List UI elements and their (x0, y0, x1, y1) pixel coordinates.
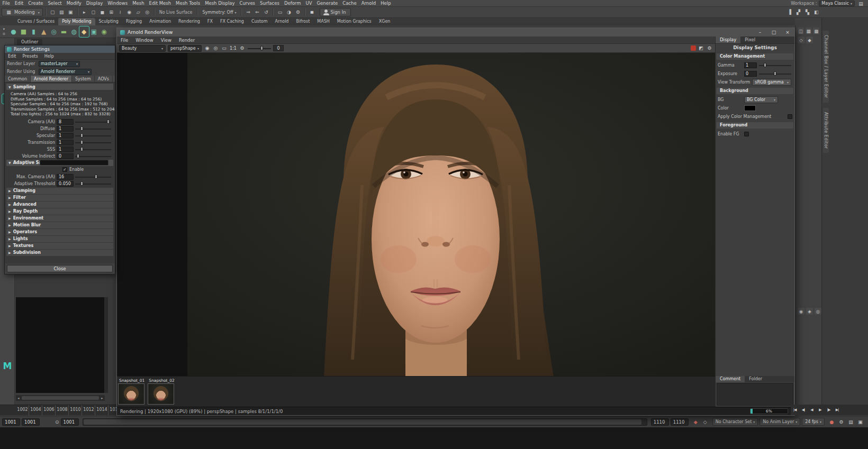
scroll-left-arrow[interactable]: ◂ (16, 396, 21, 400)
shelf-menu-icon[interactable]: ≡ (1, 32, 7, 36)
close-button[interactable]: Close (7, 265, 113, 272)
slider-handle[interactable] (774, 71, 776, 76)
comment-tab[interactable]: Comment (716, 376, 745, 382)
collapsed-section-header[interactable]: ▶ Ray Depth (6, 208, 113, 215)
play-backwards-button[interactable]: ◀ (808, 406, 816, 414)
scroll-right-arrow[interactable]: ▸ (100, 396, 105, 400)
slider-handle[interactable] (80, 140, 83, 144)
adaptive-enable-checkbox[interactable]: ✓ (62, 167, 67, 172)
attribute-field[interactable]: 0.050 (57, 181, 74, 187)
menu-item[interactable]: Cache (340, 0, 359, 7)
menu-item[interactable]: Curves (237, 0, 258, 7)
select-by-hierarchy-icon[interactable]: ▸ (80, 8, 88, 16)
animation-preferences-icon[interactable]: ⚙ (837, 418, 845, 426)
exposure-field[interactable]: 0 (744, 71, 757, 77)
menu-item[interactable]: Modify (64, 0, 84, 7)
sign-in-button[interactable]: Sign In (320, 8, 350, 16)
character-set-dropdown[interactable]: No Character Set ▾ (712, 418, 758, 426)
outliner-body[interactable] (16, 297, 105, 393)
construction-history-icon[interactable]: ↺ (262, 8, 270, 16)
modeling-toolkit-toggle-icon[interactable]: ▐ (785, 8, 793, 16)
output-connections-icon[interactable]: ⇐ (253, 8, 261, 16)
attribute-slider[interactable] (75, 174, 111, 180)
shelf-tab[interactable]: Rigging (122, 18, 146, 25)
attribute-slider[interactable] (75, 133, 111, 139)
menu-item[interactable]: Display (84, 0, 105, 7)
actual-size-button[interactable]: 1:1 (230, 45, 237, 52)
color-management-header[interactable]: Color Management (717, 53, 793, 60)
attribute-slider[interactable] (75, 181, 111, 187)
maximize-button[interactable]: □ (767, 28, 781, 36)
scrollbar-thumb[interactable] (22, 396, 99, 400)
menu-item[interactable]: Deform (282, 0, 303, 7)
menu-set-selector[interactable]: ▦ Modeling ▾ (2, 8, 43, 16)
animation-start-field[interactable]: 1001 (2, 418, 20, 426)
panel-tab[interactable]: Display (716, 36, 740, 43)
view-transform-dropdown[interactable]: sRGB gamma ▾ (752, 79, 791, 86)
menu-item[interactable]: Select (46, 0, 64, 7)
wireframe-display-icon[interactable]: ◇ (798, 36, 804, 43)
poly-cylinder-icon[interactable]: ▮ (29, 26, 39, 37)
snapshot-thumbnail[interactable] (148, 383, 174, 405)
settings-tab[interactable]: Arnold Renderer (31, 76, 72, 82)
play-forwards-button[interactable]: ▶ (816, 406, 824, 414)
snap-to-plane-icon[interactable]: ▱ (134, 8, 142, 16)
save-scene-icon[interactable]: ▣ (67, 8, 75, 16)
collapsed-section-header[interactable]: ▶ Environment (6, 215, 113, 222)
auto-keyframe-toggle-icon[interactable]: ● (828, 418, 836, 426)
shelf-tab[interactable]: Custom (248, 18, 272, 25)
attribute-field[interactable]: 16 (57, 174, 74, 180)
menu-item[interactable]: Create (26, 0, 46, 7)
pin-panel-icon[interactable]: ◎ (815, 308, 821, 315)
range-slider-handle[interactable] (84, 419, 642, 425)
anim-layer-dropdown[interactable]: No Anim Layer ▾ (760, 418, 800, 426)
region-render-button[interactable]: ▭ (221, 45, 228, 52)
shelf-tab[interactable]: Curves / Surfaces (14, 18, 58, 25)
panel-options-icon[interactable]: ▩ (813, 28, 819, 34)
attribute-field[interactable]: 1 (57, 126, 74, 132)
go-to-start-button[interactable]: |◀ (791, 406, 799, 414)
dock-vertical-tab[interactable]: Channel Box / Layer Editor (823, 31, 829, 103)
shelf-tab[interactable]: Poly Modeling (58, 18, 95, 25)
panel-layout-icon[interactable]: ◫ (798, 28, 804, 34)
shelf-tab[interactable]: Rendering (175, 18, 204, 25)
camera-dropdown[interactable]: perspShape ▾ (168, 45, 202, 52)
slider-handle[interactable] (80, 147, 83, 151)
snap-to-grid-icon[interactable]: ⊞ (107, 8, 115, 16)
shelf-tab-options-icon[interactable]: ▾ (1, 27, 7, 32)
menu-item[interactable]: File (0, 0, 12, 7)
range-start-field[interactable]: 1001 (22, 418, 40, 426)
menu-item[interactable]: UV (303, 0, 314, 7)
snapshot-thumbnail[interactable] (118, 383, 144, 405)
dock-vertical-tab[interactable]: Attribute Editor (823, 108, 829, 153)
gamma-slider[interactable] (759, 62, 792, 68)
poly-cone-icon[interactable]: ▲ (39, 26, 49, 37)
make-live-icon[interactable]: ◎ (143, 8, 151, 16)
menu-item[interactable]: Windows (105, 0, 130, 7)
poly-disc-icon[interactable]: ◍ (69, 26, 79, 37)
menu-item[interactable]: Presets (20, 54, 41, 59)
slider-handle[interactable] (80, 133, 83, 138)
menu-item[interactable]: Arnold (359, 0, 378, 7)
collapsed-section-header[interactable]: ▶ Subdivision (6, 250, 113, 256)
bookshelf-icon[interactable]: ▤ (857, 0, 865, 7)
snapshot-item[interactable]: Snapshot_02 (148, 378, 175, 406)
workspace-selector[interactable]: Maya Classic ▾ (819, 1, 855, 6)
attribute-field[interactable]: 0 (57, 153, 74, 159)
menu-item[interactable]: View (157, 38, 175, 43)
select-by-object-icon[interactable]: ◻ (89, 8, 97, 16)
attribute-field[interactable]: 1 (57, 146, 74, 152)
slider-handle[interactable] (77, 154, 79, 158)
render-layer-dropdown[interactable]: masterLayer ▾ (39, 61, 80, 67)
bg-mode-dropdown[interactable]: BG Color ▾ (744, 96, 778, 103)
poly-cube-icon[interactable]: ■ (19, 26, 29, 37)
collapsed-section-header[interactable]: ▶ Textures (6, 243, 113, 249)
menu-item[interactable]: Surfaces (258, 0, 282, 7)
panel-tab[interactable]: Pixel (740, 36, 760, 43)
render-canvas[interactable] (117, 53, 716, 377)
slider-handle[interactable] (764, 63, 766, 67)
menu-item[interactable]: Mesh (130, 0, 147, 7)
attribute-field[interactable]: 1 (57, 133, 74, 139)
settings-tab[interactable]: Diagnostics (113, 76, 115, 82)
aov-dropdown[interactable]: Beauty ▾ (119, 45, 166, 52)
